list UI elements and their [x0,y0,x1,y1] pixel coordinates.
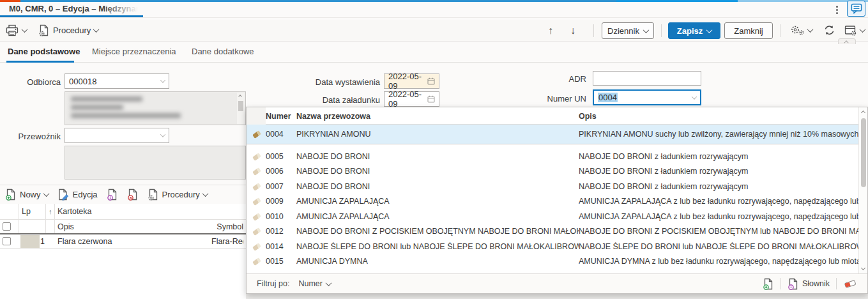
more-options-icon[interactable] [832,3,841,16]
opis-column-header[interactable]: Opis [579,107,858,125]
un-list-item[interactable]: 0006 NABOJE DO BRONI NABOJE DO BRONI z ł… [247,164,858,180]
un-table-header: Numer Nazwa przewozowa Opis [247,107,858,125]
odbiorca-combobox[interactable]: 000018 [65,73,169,89]
select-all-checkbox[interactable] [3,222,11,231]
window-gear-icon [844,25,857,36]
address-scrollbar[interactable] [237,93,245,124]
lp-column-header[interactable]: Lp [19,204,46,219]
opis-column-header[interactable]: Opis [55,220,209,233]
un-opis: NABOJE DO BRONI z ładunkiem rozrywającym [579,152,858,161]
zapisz-split-button[interactable]: Zapisz [668,22,720,39]
calendar-icon[interactable] [427,95,435,103]
adr-input[interactable] [593,71,701,86]
un-list-item[interactable]: 0007 NABOJE DO BRONI NABOJE DO BRONI z ł… [247,179,858,194]
un-nazwa: AMUNICJA DYMNA [296,257,579,266]
chevron-down-icon [160,132,165,137]
un-list-scrollbar[interactable] [858,107,867,273]
procedury-grid-button[interactable]: Procedury [148,188,208,201]
application-window: M0, CMR, 0 – Edycja – Międzynarodow [0,0,868,299]
tab-dane-dodatkowe[interactable]: Dane dodatkowe [192,47,254,56]
item-delete-button[interactable] [127,188,139,201]
refresh-button[interactable] [823,20,836,41]
procedury-menu-button[interactable]: Procedury [38,20,98,41]
chevron-down-icon [160,77,165,82]
filter-field-dropdown[interactable]: Numer [298,279,331,288]
zamknij-button[interactable]: Zamknij [724,22,773,39]
settings-menu-button[interactable] [789,20,812,41]
un-nazwa: NABOJE DO BRONI [296,167,579,176]
un-number-dropdown-panel: Numer Nazwa przewozowa Opis 0004 PIKRYNI… [246,107,868,294]
gears-icon [789,24,805,36]
row-marker[interactable] [20,235,40,248]
document-info-icon [788,278,799,290]
data-wystawienia-value: 2022-05-09 [388,72,424,91]
un-list-item[interactable]: 0004 PIKRYNIAN AMONU PIKRYNIAN AMONU suc… [247,125,858,144]
item-info-button[interactable] [107,188,118,201]
items-toolbar: Nowy Edycja [0,185,246,204]
chevron-down-icon [325,280,331,286]
edycja-button[interactable]: Edycja [57,188,98,201]
comments-button[interactable] [847,1,865,17]
un-opis: NABOJE DO BRONI Z POCISKIEM OBOJĘTNYM lu… [579,227,858,236]
select-all-cell [0,220,19,233]
tag-icon-cell [247,167,266,176]
chevron-down-icon [807,26,814,33]
un-nazwa: AMUNICJA ZAPALAJĄCA [296,197,579,206]
un-nazwa: NABOJE ŚLEPE DO BRONI lub NABOJE ŚLEPE D… [296,242,579,251]
un-list-item[interactable]: 0005 NABOJE DO BRONI NABOJE DO BRONI z ł… [247,149,858,164]
chevron-down-icon [93,26,100,33]
calendar-icon[interactable] [427,77,435,85]
un-list-item[interactable]: 0012 NABOJE DO BRONI Z POCISKIEM OBOJĘTN… [247,224,858,240]
numer-column-header[interactable]: Numer [266,107,296,125]
table-row[interactable]: 1 Flara czerwona Flara-Red [0,234,246,249]
add-entry-button[interactable] [763,278,774,290]
slownik-label: Słownik [802,279,830,288]
document-edit-icon [57,188,70,201]
title-bar: M0, CMR, 0 – Edycja – Międzynarodow [0,0,868,18]
un-list-item[interactable]: 0015 AMUNICJA DYMNA AMUNICJA DYMNA z lub… [247,254,858,270]
header-spacer [0,204,19,219]
dziennik-label: Dziennik [607,26,639,36]
un-numer: 0009 [266,197,296,206]
dziennik-dropdown-button[interactable]: Dziennik [602,22,654,39]
data-wystawienia-field[interactable]: 2022-05-09 [384,73,439,89]
przewoznik-address-box[interactable] [65,146,246,180]
items-table-header-row1: Lp ↑ Kartoteka [0,204,246,219]
navigate-next-button[interactable]: ↓ [570,20,575,41]
clear-filter-button[interactable] [843,279,857,289]
data-zaladunku-field[interactable]: 2022-05-09 [384,91,439,107]
przewoznik-combobox[interactable] [65,128,169,143]
odbiorca-address-box[interactable] [65,91,246,125]
un-nazwa: NABOJE DO BRONI [296,152,579,161]
nowy-button[interactable]: Nowy [5,188,49,201]
active-document-tab-indicator [0,15,143,17]
nazwa-column-header[interactable]: Nazwa przewozowa [296,107,579,125]
document-add-icon [763,278,774,290]
navigate-previous-button[interactable]: ↑ [548,20,553,41]
items-table-header-row2: Opis Symbol [0,219,246,234]
un-list-item[interactable]: 0010 AMUNICJA ZAPALAJĄCA AMUNICJA ZAPALA… [247,209,858,224]
tab-dane-podstawowe[interactable]: Dane podstawowe [8,47,80,56]
scrollbar-thumb[interactable] [238,101,243,111]
slownik-button[interactable]: Słownik [788,278,830,290]
sort-ascending-icon[interactable]: ↑ [46,204,55,219]
scrollbar-thumb[interactable] [861,118,866,187]
un-numer: 0015 [266,257,296,266]
un-opis: PIKRYNIAN AMONU suchy lub zwilżony, zawi… [579,130,858,139]
numer-un-combobox[interactable]: 0004 [593,89,701,105]
chevron-down-icon [43,190,49,197]
un-list-item[interactable]: 0014 NABOJE ŚLEPE DO BRONI lub NABOJE ŚL… [247,239,858,254]
symbol-column-header[interactable]: Symbol [209,220,246,233]
un-nazwa: AMUNICJA ZAPALAJĄCA [296,212,579,221]
kartoteka-group-header[interactable]: Kartoteka [55,204,246,219]
row-checkbox[interactable] [3,237,11,245]
zamknij-label: Zamknij [734,26,763,36]
un-opis: NABOJE DO BRONI z ładunkiem rozrywającym [579,167,858,176]
chevron-down-icon [860,26,866,33]
un-list-item[interactable]: 0009 AMUNICJA ZAPALAJĄCA AMUNICJA ZAPALA… [247,194,858,210]
tab-miejsce-przeznaczenia[interactable]: Miejsce przeznaczenia [92,47,176,56]
print-button[interactable] [5,20,27,41]
opis-cell: Flara czerwona [55,234,209,248]
footer-separator [836,278,837,289]
chevron-down-icon [861,266,865,270]
